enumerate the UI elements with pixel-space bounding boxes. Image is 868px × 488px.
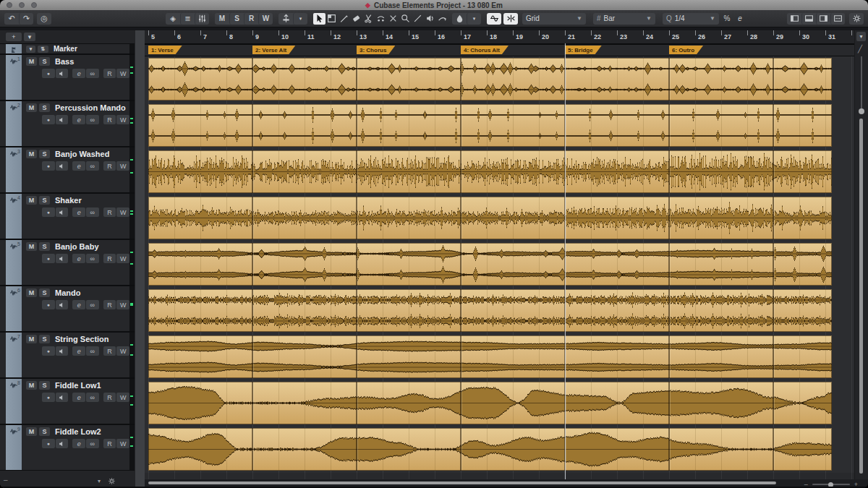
split-tool-button[interactable]	[362, 13, 375, 25]
quantize-dropdown[interactable]: Q1/4▼	[663, 13, 719, 25]
track-monitor-button[interactable]	[56, 393, 69, 402]
marker-flag[interactable]: 1: Verse	[148, 46, 182, 54]
grid-type-dropdown[interactable]: #Bar▼	[593, 13, 655, 25]
close-window-button[interactable]	[7, 2, 12, 8]
track-solo-button[interactable]: S	[39, 242, 50, 251]
track-visibility-button[interactable]: ≣	[180, 13, 195, 25]
track-write-automation-button[interactable]: W	[116, 254, 129, 263]
horizontal-scrollbar[interactable]	[148, 481, 776, 484]
track-record-button[interactable]: ●	[42, 346, 55, 356]
marker-lane[interactable]: 1: Verse2: Verse Alt3: Chorus4: Chorus A…	[145, 45, 855, 56]
track-monitor-button[interactable]	[56, 115, 69, 124]
vertical-zoom-thumb[interactable]	[859, 108, 864, 114]
audio-region[interactable]	[148, 58, 832, 100]
zoom-window-button[interactable]	[31, 2, 37, 8]
ruler-options-button[interactable]: ▾	[856, 32, 866, 41]
track-solo-button[interactable]: S	[39, 103, 50, 112]
mixer-button[interactable]	[195, 13, 209, 25]
track-read-automation-button[interactable]: R	[103, 300, 116, 309]
track-solo-button[interactable]: S	[39, 57, 50, 66]
vertical-scrollbar[interactable]	[859, 119, 863, 474]
audio-region[interactable]	[148, 243, 832, 286]
marker-flag[interactable]: 5: Bridge	[565, 46, 602, 54]
audio-region[interactable]	[148, 104, 832, 147]
track-freeze-button[interactable]: ∞	[86, 115, 99, 124]
add-track-options-button[interactable]: ▾	[24, 33, 35, 41]
track-monitor-button[interactable]	[56, 254, 69, 263]
right-zone-button[interactable]	[816, 13, 830, 25]
track-mute-button[interactable]: M	[26, 57, 37, 66]
track-read-automation-button[interactable]: R	[103, 115, 116, 124]
track-row[interactable]: 1MSBass●e∞RW	[0, 55, 135, 101]
track-mute-button[interactable]: M	[26, 381, 37, 390]
track-mute-button[interactable]: M	[26, 242, 37, 251]
color-tool-button[interactable]	[452, 13, 467, 25]
horizontal-zoom-slider[interactable]	[812, 484, 850, 485]
track-solo-button[interactable]: S	[39, 196, 50, 205]
track-monitor-button[interactable]	[56, 300, 69, 309]
track-read-automation-button[interactable]: R	[103, 254, 116, 263]
marker-flag[interactable]: 3: Chorus	[357, 46, 395, 54]
erase-tool-button[interactable]	[350, 13, 362, 25]
track-record-button[interactable]: ●	[42, 161, 55, 171]
track-row[interactable]: 8MSFiddle Low1●e∞RW	[0, 379, 135, 425]
track-edit-channel-button[interactable]: e	[72, 115, 85, 124]
track-freeze-button[interactable]: ∞	[86, 393, 99, 402]
play-tool-button[interactable]	[424, 13, 436, 25]
track-controls-settings-icon[interactable]	[108, 477, 116, 485]
minimize-window-button[interactable]	[19, 2, 25, 8]
timeline-ruler[interactable]: 5678910111213141516171819202122232425262…	[145, 30, 855, 45]
playhead[interactable]	[565, 43, 566, 479]
track-monitor-button[interactable]	[56, 69, 69, 78]
iterative-quantize-button[interactable]: %	[721, 13, 733, 25]
track-write-automation-button[interactable]: W	[116, 69, 129, 78]
track-mute-button[interactable]: M	[26, 103, 37, 112]
track-mute-button[interactable]: M	[26, 196, 37, 205]
track-edit-channel-button[interactable]: e	[72, 439, 85, 448]
global-r-button[interactable]: R	[244, 13, 258, 25]
marker-flag[interactable]: 6: Outro	[669, 46, 703, 54]
track-row[interactable]: 9MSFiddle Low2●e∞RW	[0, 425, 135, 471]
zoom-tool-button[interactable]	[399, 13, 412, 25]
track-write-automation-button[interactable]: W	[116, 439, 129, 448]
track-record-button[interactable]: ●	[42, 393, 55, 402]
redo-button[interactable]: ↷	[19, 13, 33, 25]
track-record-button[interactable]: ●	[42, 439, 55, 448]
audio-region[interactable]	[148, 289, 832, 332]
track-solo-button[interactable]: S	[39, 288, 50, 297]
track-write-automation-button[interactable]: W	[116, 207, 129, 217]
vertical-zoom-slider[interactable]	[861, 56, 862, 113]
track-read-automation-button[interactable]: R	[103, 393, 116, 402]
global-s-button[interactable]: S	[229, 13, 244, 25]
zoom-preset-icon[interactable]: ╱	[858, 45, 862, 53]
mute-tool-button[interactable]	[387, 13, 399, 25]
global-w-button[interactable]: W	[258, 13, 273, 25]
track-monitor-button[interactable]	[56, 207, 69, 217]
scrub-tool-button[interactable]	[436, 13, 448, 25]
range-select-tool-button[interactable]	[326, 13, 338, 25]
setup-window-layout-button[interactable]: ◈	[166, 13, 180, 25]
track-monitor-button[interactable]	[56, 346, 69, 356]
zones-setup-button[interactable]	[830, 13, 845, 25]
track-edit-channel-button[interactable]: e	[72, 393, 85, 402]
add-track-button[interactable]: +	[6, 33, 22, 41]
track-freeze-button[interactable]: ∞	[86, 439, 99, 448]
undo-button[interactable]: ↶	[4, 13, 19, 25]
track-read-automation-button[interactable]: R	[103, 207, 116, 217]
draw-tool-button[interactable]	[338, 13, 350, 25]
track-row[interactable]: 3MSBanjo Washed●e∞RW	[0, 147, 135, 194]
track-write-automation-button[interactable]: W	[116, 300, 129, 309]
window-settings-button[interactable]	[849, 13, 864, 25]
track-mute-button[interactable]: M	[26, 335, 37, 343]
track-row[interactable]: 5MSBanjo Baby●e∞RW	[0, 240, 135, 286]
track-edit-channel-button[interactable]: e	[72, 254, 85, 263]
quantize-panel-button[interactable]: e	[734, 13, 746, 25]
track-freeze-button[interactable]: ∞	[86, 254, 99, 263]
track-freeze-button[interactable]: ∞	[86, 346, 99, 356]
marker-track-row[interactable]: ▾⇅Marker	[0, 44, 135, 55]
track-solo-button[interactable]: S	[39, 150, 50, 158]
audio-region[interactable]	[148, 335, 832, 378]
glue-tool-button[interactable]	[375, 13, 387, 25]
audio-region[interactable]	[148, 150, 832, 193]
track-solo-button[interactable]: S	[39, 427, 50, 436]
